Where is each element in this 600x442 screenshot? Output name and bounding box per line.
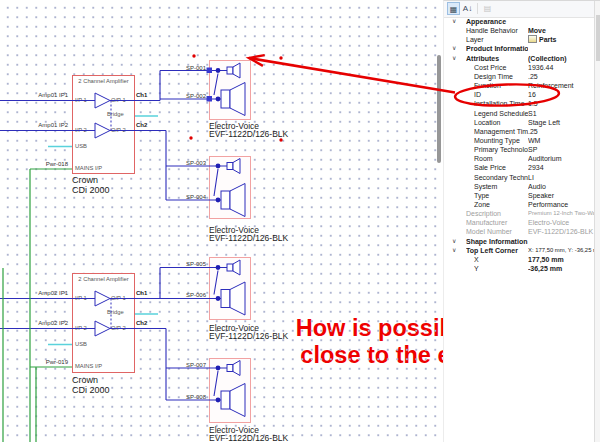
amp-bridge-label: Bridge (107, 111, 124, 117)
canvas-scrollbar-thumb[interactable] (437, 55, 441, 163)
property-row-manufacturer[interactable]: ManufacturerElectro-Voice (444, 218, 600, 227)
property-row-layer[interactable]: LayerParts (444, 35, 600, 44)
speaker-port-label: SP-002 (167, 93, 206, 99)
property-value: S1 (528, 109, 598, 118)
panel-scrollbar-thumb[interactable] (596, 15, 600, 61)
property-row-y[interactable]: Y-36,25 mm (444, 264, 600, 273)
property-value: EVF-1122D/126-BLK (528, 227, 598, 236)
property-label: Cost Price (474, 63, 528, 72)
speaker-block-1[interactable] (209, 60, 251, 120)
property-row-design-time[interactable]: Design Time.25 (444, 72, 600, 81)
property-label: Design Time (474, 72, 528, 81)
property-label: Type (474, 191, 528, 200)
property-label: Attributes (466, 54, 528, 63)
amp-title: 2 Channel Amplifier (73, 276, 134, 282)
amp-output-2-label: O/P 2 (111, 127, 126, 133)
wire-label: Pwr-018 (20, 161, 68, 167)
property-row-attributes[interactable]: ∨Attributes(Collection) (444, 54, 600, 63)
chevron-down-icon[interactable]: ∨ (452, 54, 456, 62)
property-label: Shape Information (466, 237, 528, 246)
property-row-model-number[interactable]: Model NumberEVF-1122D/126-BLK (444, 227, 600, 236)
property-row-room[interactable]: RoomAuditorium (444, 154, 600, 163)
channel-label: Ch1 (136, 92, 147, 98)
toolbar-separator (477, 3, 478, 14)
property-value: Move (528, 26, 598, 35)
property-row-system[interactable]: SystemAudio (444, 182, 600, 191)
property-row-primary-technology[interactable]: Primary TechnologySP (444, 145, 600, 154)
property-label: Legend Schedule (474, 109, 528, 118)
sort-alphabetical-icon[interactable]: A↓ (461, 2, 474, 15)
property-label: Handle Behavior (466, 26, 528, 35)
property-value: 16 (528, 90, 598, 99)
chevron-down-icon[interactable]: ∨ (452, 44, 456, 52)
channel-label: Ch2 (136, 122, 147, 128)
property-label: Top Left Corner (466, 246, 528, 255)
amplifier-block-2[interactable]: 2 Channel Amplifier I/P 1 I/P 2 USB MAIN… (72, 273, 135, 373)
property-row-cost-price[interactable]: Cost Price1936.44 (444, 63, 600, 72)
property-label: Zone (474, 200, 528, 209)
property-row-management-time[interactable]: Management Time.25 (444, 127, 600, 136)
property-row-installation-time[interactable]: Installation Time1.5 (444, 99, 600, 108)
property-row-mounting-type[interactable]: Mounting TypeWM (444, 136, 600, 145)
chevron-down-icon[interactable]: ∨ (452, 237, 456, 245)
wire-label: Pwr-019 (20, 359, 68, 365)
property-row-appearance[interactable]: ∨Appearance (444, 17, 600, 26)
amplifier-block-1[interactable]: 2 Channel Amplifier I/P 1 I/P 2 USB MAIN… (72, 75, 135, 174)
wire-label: Amp02 IP2 (20, 320, 68, 326)
power-wires (3, 169, 72, 442)
property-value: X: 177,50 mm, Y: -36,25 mm (528, 246, 598, 256)
property-row-type[interactable]: TypeSpeaker (444, 191, 600, 200)
property-row-shape-information[interactable]: ∨Shape Information (444, 237, 600, 246)
wire-label: Amp01 IP2 (20, 122, 68, 128)
speaker-port-label: SP-007 (167, 362, 206, 368)
speaker-port-label: SP-003 (167, 160, 206, 166)
property-value: WM (528, 136, 598, 145)
chevron-down-icon[interactable]: ∨ (452, 17, 456, 25)
speaker-port-label: SP-001 (167, 65, 206, 71)
property-row-top-left-corner[interactable]: ∨Top Left CornerX: 177,50 mm, Y: -36,25 … (444, 246, 600, 255)
property-row-zone[interactable]: ZonePerformance (444, 200, 600, 209)
property-value: .25 (528, 72, 598, 81)
properties-panel: ▦ A↓ ▤ ∨AppearanceHandle BehaviorMoveLay… (443, 0, 600, 442)
property-row-legend-schedule[interactable]: Legend ScheduleS1 (444, 109, 600, 118)
property-label: ID (474, 90, 528, 99)
property-label: System (474, 182, 528, 191)
property-pages-icon: ▤ (481, 2, 494, 15)
speaker-block-4[interactable] (209, 358, 251, 423)
amp-output-1-label: O/P 1 (111, 295, 126, 301)
categorized-icon[interactable]: ▦ (447, 2, 460, 15)
speaker-block-3[interactable] (209, 257, 251, 320)
speaker-model-label: EVF-1122D/126-BLK (209, 233, 288, 243)
property-row-location[interactable]: LocationStage Left (444, 118, 600, 127)
property-value: Performance (528, 200, 598, 209)
property-row-x[interactable]: X177,50 mm (444, 255, 600, 264)
property-value: -36,25 mm (528, 264, 598, 273)
property-label: Model Number (466, 227, 528, 236)
schematic-canvas[interactable]: 2 Channel Amplifier I/P 1 I/P 2 USB MAIN… (0, 0, 443, 442)
wire-label: Amp01 IP1 (20, 92, 68, 98)
property-row-secondary-technol[interactable]: Secondary TechnolLI (444, 173, 600, 182)
property-value: 1936.44 (528, 63, 598, 72)
channel-label: Ch2 (136, 320, 147, 326)
property-label: Installation Time (474, 99, 528, 108)
chevron-down-icon[interactable]: ∨ (452, 246, 456, 254)
application-window: 2 Channel Amplifier I/P 1 I/P 2 USB MAIN… (0, 0, 600, 442)
property-row-handle-behavior[interactable]: Handle BehaviorMove (444, 26, 600, 35)
property-row-function[interactable]: FunctionReinforcement (444, 81, 600, 90)
property-label: Primary Technology (474, 145, 528, 154)
property-row-product-information[interactable]: ∨Product Information (444, 44, 600, 53)
property-value: .25 (528, 127, 598, 136)
property-row-description[interactable]: DescriptionPremium 12-Inch Two-Way (444, 209, 600, 218)
property-value: 1.5 (528, 99, 598, 108)
property-row-sale-price[interactable]: Sale Price2934 (444, 163, 600, 172)
property-label: Room (474, 154, 528, 163)
panel-scrollbar[interactable] (594, 1, 600, 442)
property-label: Appearance (466, 17, 528, 26)
wire-label: Amp02 IP1 (20, 290, 68, 296)
amp-usb-label: USB (75, 341, 87, 347)
property-label: X (474, 255, 528, 264)
property-label: Function (474, 81, 528, 90)
property-row-id[interactable]: ID16 (444, 90, 600, 99)
speaker-block-2[interactable] (209, 156, 251, 219)
property-label: Management Time (474, 127, 528, 136)
